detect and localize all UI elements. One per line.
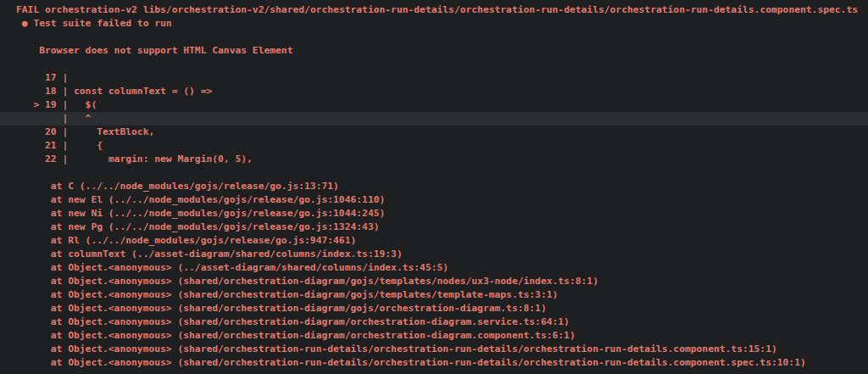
spec-file-path: libs/orchestration-v2/shared/orchestrati…	[143, 4, 858, 15]
stack-frame: at Object.<anonymous> (shared/orchestrat…	[0, 288, 868, 302]
stack-frame: at Object.<anonymous> (shared/orchestrat…	[0, 302, 868, 315]
suite-failure-message: Test suite failed to run	[33, 18, 171, 29]
stack-frame: at Object.<anonymous> (shared/orchestrat…	[0, 343, 868, 356]
terminal-output: FAILorchestration-v2libs/orchestration-v…	[0, 0, 868, 370]
error-message: Browser does not support HTML Canvas Ele…	[39, 45, 292, 56]
stack-frame: at new Pg (../../node_modules/gojs/relea…	[0, 220, 868, 234]
code-frame-caret-line: | ^	[0, 112, 868, 126]
code-frame: 17 | 18 | const columnText = () => > 19 …	[0, 71, 868, 166]
stack-frame: at C (../../node_modules/gojs/release/go…	[0, 180, 868, 193]
fail-status-label: FAIL	[16, 4, 39, 15]
failure-bullet-icon: ●	[22, 18, 28, 29]
stack-frame: at Object.<anonymous> (shared/orchestrat…	[0, 315, 868, 329]
fail-header-line: FAILorchestration-v2libs/orchestration-v…	[0, 3, 868, 17]
project-name: orchestration-v2	[45, 4, 137, 15]
suite-failure-line: ●Test suite failed to run	[0, 17, 868, 31]
code-frame-line: 20 | TextBlock,	[0, 126, 868, 139]
stack-frame: at Rl (../../node_modules/gojs/release/g…	[0, 234, 868, 248]
blank-line	[0, 166, 868, 180]
code-frame-line: 17 |	[0, 71, 868, 85]
stack-frame: at new Ni (../../node_modules/gojs/relea…	[0, 207, 868, 220]
stack-frame: at columnText (../asset-diagram/shared/c…	[0, 248, 868, 261]
code-frame-line: 22 | margin: new Margin(0, 5),	[0, 153, 868, 166]
stack-frame: at Object.<anonymous> (shared/orchestrat…	[0, 275, 868, 288]
stack-frame: at Object.<anonymous> (shared/orchestrat…	[0, 356, 868, 370]
error-message-line: Browser does not support HTML Canvas Ele…	[0, 44, 868, 58]
stack-frame: at new El (../../node_modules/gojs/relea…	[0, 193, 868, 207]
code-frame-line: 21 | {	[0, 139, 868, 153]
code-frame-line: 18 | const columnText = () =>	[0, 85, 868, 98]
blank-line	[0, 31, 868, 44]
stack-frame: at Object.<anonymous> (shared/orchestrat…	[0, 329, 868, 343]
stack-frame: at Object.<anonymous> (../asset-diagram/…	[0, 261, 868, 275]
stack-trace: at C (../../node_modules/gojs/release/go…	[0, 180, 868, 370]
blank-line	[0, 58, 868, 71]
code-frame-line: > 19 | $(	[0, 98, 868, 112]
